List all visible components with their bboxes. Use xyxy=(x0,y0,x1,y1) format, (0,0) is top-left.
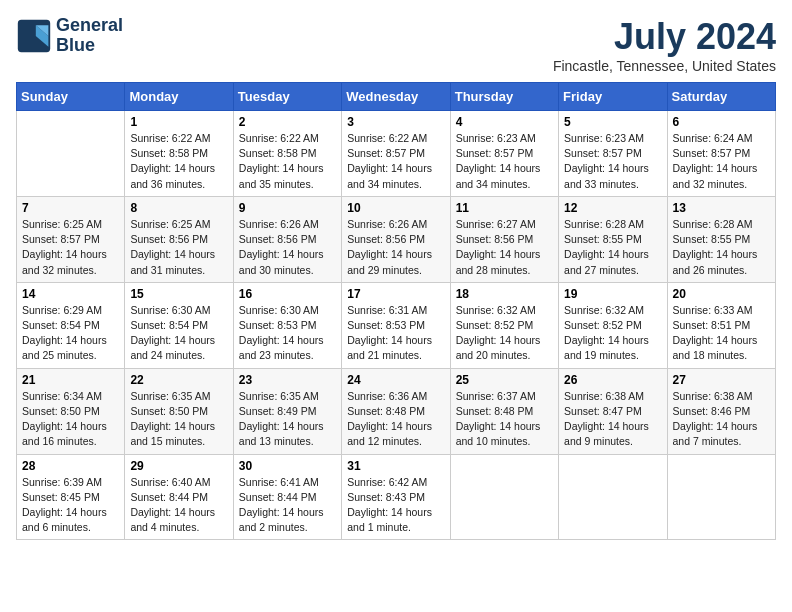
cell-text-line: Sunset: 8:48 PM xyxy=(456,404,553,419)
cell-text-line: Sunset: 8:57 PM xyxy=(564,146,661,161)
day-number: 9 xyxy=(239,201,336,215)
cell-text-line: and 16 minutes. xyxy=(22,434,119,449)
header-thursday: Thursday xyxy=(450,83,558,111)
cell-text-line: Sunset: 8:56 PM xyxy=(239,232,336,247)
calendar-cell xyxy=(450,454,558,540)
cell-text-line: Daylight: 14 hours xyxy=(130,419,227,434)
cell-text-line: and 23 minutes. xyxy=(239,348,336,363)
cell-text-line: Sunrise: 6:26 AM xyxy=(347,217,444,232)
cell-text-line: and 15 minutes. xyxy=(130,434,227,449)
day-number: 13 xyxy=(673,201,770,215)
calendar-cell: 12Sunrise: 6:28 AMSunset: 8:55 PMDayligh… xyxy=(559,196,667,282)
cell-text-line: Sunset: 8:57 PM xyxy=(456,146,553,161)
day-number: 24 xyxy=(347,373,444,387)
cell-text-line: and 6 minutes. xyxy=(22,520,119,535)
cell-text-line: Daylight: 14 hours xyxy=(673,161,770,176)
cell-text-line: Sunrise: 6:34 AM xyxy=(22,389,119,404)
logo: General Blue xyxy=(16,16,123,56)
cell-text-line: Daylight: 14 hours xyxy=(130,505,227,520)
calendar-cell: 7Sunrise: 6:25 AMSunset: 8:57 PMDaylight… xyxy=(17,196,125,282)
day-number: 29 xyxy=(130,459,227,473)
cell-text-line: Sunrise: 6:22 AM xyxy=(347,131,444,146)
day-number: 5 xyxy=(564,115,661,129)
day-number: 15 xyxy=(130,287,227,301)
calendar-header-row: SundayMondayTuesdayWednesdayThursdayFrid… xyxy=(17,83,776,111)
header-saturday: Saturday xyxy=(667,83,775,111)
cell-text-line: Sunrise: 6:37 AM xyxy=(456,389,553,404)
cell-text-line: Sunrise: 6:38 AM xyxy=(564,389,661,404)
header-wednesday: Wednesday xyxy=(342,83,450,111)
calendar-cell: 10Sunrise: 6:26 AMSunset: 8:56 PMDayligh… xyxy=(342,196,450,282)
header-monday: Monday xyxy=(125,83,233,111)
day-number: 21 xyxy=(22,373,119,387)
calendar-cell: 28Sunrise: 6:39 AMSunset: 8:45 PMDayligh… xyxy=(17,454,125,540)
calendar-cell: 20Sunrise: 6:33 AMSunset: 8:51 PMDayligh… xyxy=(667,282,775,368)
cell-text-line: Sunrise: 6:26 AM xyxy=(239,217,336,232)
cell-text-line: Daylight: 14 hours xyxy=(456,333,553,348)
cell-text-line: Sunset: 8:45 PM xyxy=(22,490,119,505)
calendar-cell: 30Sunrise: 6:41 AMSunset: 8:44 PMDayligh… xyxy=(233,454,341,540)
header-tuesday: Tuesday xyxy=(233,83,341,111)
calendar-cell: 16Sunrise: 6:30 AMSunset: 8:53 PMDayligh… xyxy=(233,282,341,368)
cell-text-line: and 27 minutes. xyxy=(564,263,661,278)
cell-text-line: Sunset: 8:43 PM xyxy=(347,490,444,505)
cell-text-line: Daylight: 14 hours xyxy=(564,161,661,176)
header-friday: Friday xyxy=(559,83,667,111)
week-row-0: 1Sunrise: 6:22 AMSunset: 8:58 PMDaylight… xyxy=(17,111,776,197)
cell-text-line: Sunset: 8:44 PM xyxy=(239,490,336,505)
calendar-cell: 9Sunrise: 6:26 AMSunset: 8:56 PMDaylight… xyxy=(233,196,341,282)
cell-text-line: and 34 minutes. xyxy=(347,177,444,192)
cell-text-line: and 24 minutes. xyxy=(130,348,227,363)
day-number: 6 xyxy=(673,115,770,129)
cell-text-line: and 31 minutes. xyxy=(130,263,227,278)
day-number: 23 xyxy=(239,373,336,387)
cell-text-line: Daylight: 14 hours xyxy=(347,505,444,520)
calendar-cell: 14Sunrise: 6:29 AMSunset: 8:54 PMDayligh… xyxy=(17,282,125,368)
calendar-cell: 22Sunrise: 6:35 AMSunset: 8:50 PMDayligh… xyxy=(125,368,233,454)
cell-text-line: Daylight: 14 hours xyxy=(347,419,444,434)
calendar-cell: 23Sunrise: 6:35 AMSunset: 8:49 PMDayligh… xyxy=(233,368,341,454)
header-sunday: Sunday xyxy=(17,83,125,111)
main-title: July 2024 xyxy=(553,16,776,58)
cell-text-line: Daylight: 14 hours xyxy=(347,247,444,262)
day-number: 11 xyxy=(456,201,553,215)
cell-text-line: Sunset: 8:46 PM xyxy=(673,404,770,419)
day-number: 18 xyxy=(456,287,553,301)
cell-text-line: and 33 minutes. xyxy=(564,177,661,192)
cell-text-line: Sunset: 8:58 PM xyxy=(130,146,227,161)
calendar-cell: 31Sunrise: 6:42 AMSunset: 8:43 PMDayligh… xyxy=(342,454,450,540)
cell-text-line: Daylight: 14 hours xyxy=(347,333,444,348)
cell-text-line: Sunrise: 6:23 AM xyxy=(564,131,661,146)
cell-text-line: Sunset: 8:49 PM xyxy=(239,404,336,419)
cell-text-line: Daylight: 14 hours xyxy=(239,247,336,262)
cell-text-line: Daylight: 14 hours xyxy=(130,161,227,176)
week-row-1: 7Sunrise: 6:25 AMSunset: 8:57 PMDaylight… xyxy=(17,196,776,282)
calendar-cell: 26Sunrise: 6:38 AMSunset: 8:47 PMDayligh… xyxy=(559,368,667,454)
cell-text-line: Sunset: 8:55 PM xyxy=(564,232,661,247)
calendar-cell: 29Sunrise: 6:40 AMSunset: 8:44 PMDayligh… xyxy=(125,454,233,540)
cell-text-line: and 32 minutes. xyxy=(673,177,770,192)
cell-text-line: Sunrise: 6:22 AM xyxy=(239,131,336,146)
cell-text-line: Sunrise: 6:22 AM xyxy=(130,131,227,146)
cell-text-line: Daylight: 14 hours xyxy=(456,247,553,262)
calendar-cell: 17Sunrise: 6:31 AMSunset: 8:53 PMDayligh… xyxy=(342,282,450,368)
day-number: 20 xyxy=(673,287,770,301)
cell-text-line: and 19 minutes. xyxy=(564,348,661,363)
cell-text-line: and 25 minutes. xyxy=(22,348,119,363)
cell-text-line: Daylight: 14 hours xyxy=(456,419,553,434)
cell-text-line: Daylight: 14 hours xyxy=(22,505,119,520)
cell-text-line: Daylight: 14 hours xyxy=(456,161,553,176)
cell-text-line: and 10 minutes. xyxy=(456,434,553,449)
cell-text-line: Sunrise: 6:36 AM xyxy=(347,389,444,404)
calendar-cell: 25Sunrise: 6:37 AMSunset: 8:48 PMDayligh… xyxy=(450,368,558,454)
day-number: 17 xyxy=(347,287,444,301)
cell-text-line: Daylight: 14 hours xyxy=(564,419,661,434)
cell-text-line: and 13 minutes. xyxy=(239,434,336,449)
cell-text-line: Sunrise: 6:39 AM xyxy=(22,475,119,490)
cell-text-line: and 36 minutes. xyxy=(130,177,227,192)
cell-text-line: Sunrise: 6:38 AM xyxy=(673,389,770,404)
day-number: 16 xyxy=(239,287,336,301)
week-row-4: 28Sunrise: 6:39 AMSunset: 8:45 PMDayligh… xyxy=(17,454,776,540)
day-number: 12 xyxy=(564,201,661,215)
calendar-cell xyxy=(667,454,775,540)
